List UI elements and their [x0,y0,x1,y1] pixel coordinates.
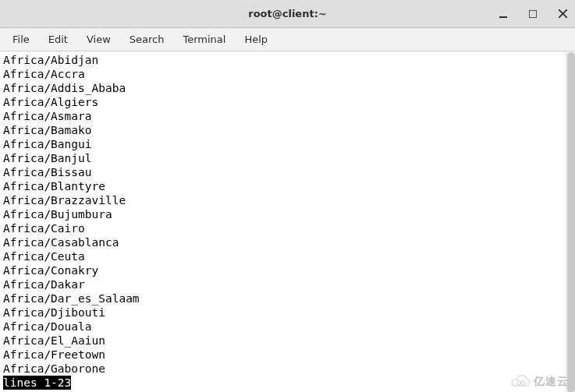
terminal-line: Africa/Banjul [3,151,572,165]
terminal-line: Africa/Casablanca [3,235,572,249]
minimize-icon [499,10,507,18]
scrollbar-thumb[interactable] [567,52,575,392]
menu-file[interactable]: File [5,30,37,48]
maximize-icon [529,10,537,18]
window-title: root@client:~ [248,8,326,19]
terminal-line: Africa/Bujumbura [3,207,572,221]
maximize-button[interactable] [525,6,541,22]
window-controls [495,0,570,27]
terminal-line: Africa/Djibouti [3,305,572,320]
svg-rect-0 [499,16,507,18]
minimize-button[interactable] [495,6,511,22]
menu-view[interactable]: View [79,30,119,48]
scrollbar[interactable] [566,51,575,392]
terminal-line: Africa/Gaborone [3,362,572,376]
titlebar: root@client:~ [0,0,575,28]
terminal-line: Africa/Dakar [3,277,572,291]
menu-terminal[interactable]: Terminal [175,30,233,48]
terminal-line: Africa/El_Aaiun [3,334,572,348]
terminal-output[interactable]: Africa/Abidjan Africa/Accra Africa/Addis… [0,51,575,392]
terminal-line: Africa/Bamako [3,123,572,137]
terminal-line: Africa/Bangui [3,137,572,151]
terminal-line: Africa/Bissau [3,165,572,179]
terminal-line: Africa/Freetown [3,348,572,362]
terminal-line: Africa/Brazzaville [3,193,572,207]
menu-search[interactable]: Search [122,30,172,48]
terminal-line: Africa/Blantyre [3,179,572,193]
terminal-line: Africa/Abidjan [3,53,572,67]
menubar: File Edit View Search Terminal Help [0,28,575,51]
terminal-line: Africa/Asmara [3,109,572,123]
terminal-line: Africa/Addis_Ababa [3,81,572,95]
pager-status: lines 1-23 [3,376,71,390]
terminal-line: Africa/Dar_es_Salaam [3,291,572,305]
terminal-line: Africa/Conakry [3,263,572,277]
menu-edit[interactable]: Edit [41,30,76,48]
close-button[interactable] [555,6,570,22]
terminal-line: Africa/Douala [3,320,572,334]
terminal-line: Africa/Ceuta [3,249,572,263]
terminal-line: Africa/Algiers [3,95,572,109]
close-icon [559,9,567,18]
terminal-line: Africa/Accra [3,67,572,81]
svg-rect-1 [529,10,537,18]
menu-help[interactable]: Help [236,30,275,48]
terminal-line: Africa/Cairo [3,221,572,235]
